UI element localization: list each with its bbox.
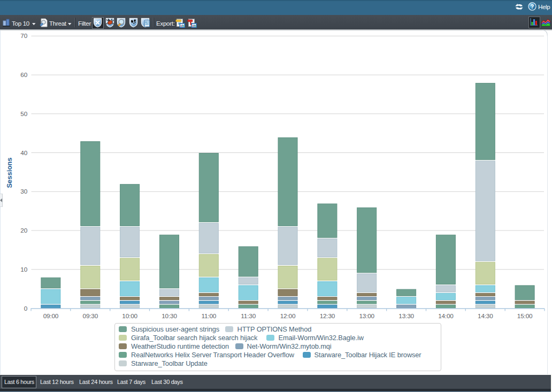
- svg-text:30: 30: [20, 188, 27, 195]
- svg-text:11:30: 11:30: [241, 312, 256, 320]
- svg-text:11:00: 11:00: [201, 312, 216, 320]
- svg-text:Sessions: Sessions: [5, 157, 13, 188]
- svg-text:15:00: 15:00: [517, 312, 533, 320]
- svg-text:50: 50: [20, 110, 27, 118]
- svg-text:09:00: 09:00: [43, 312, 59, 320]
- svg-text:13:30: 13:30: [398, 312, 414, 320]
- svg-text:40: 40: [20, 149, 27, 157]
- svg-text:10:30: 10:30: [162, 312, 177, 320]
- svg-text:12:30: 12:30: [320, 312, 335, 320]
- svg-text:10:00: 10:00: [122, 312, 137, 320]
- svg-text:13:00: 13:00: [359, 312, 374, 320]
- svg-text:0: 0: [24, 305, 28, 312]
- svg-text:10: 10: [20, 266, 27, 273]
- svg-text:09:30: 09:30: [83, 312, 98, 320]
- svg-text:14:30: 14:30: [478, 312, 493, 320]
- svg-text:14:00: 14:00: [438, 312, 454, 320]
- svg-text:70: 70: [20, 32, 27, 40]
- svg-text:60: 60: [20, 71, 27, 79]
- svg-text:12:00: 12:00: [280, 312, 296, 320]
- svg-text:20: 20: [20, 227, 27, 234]
